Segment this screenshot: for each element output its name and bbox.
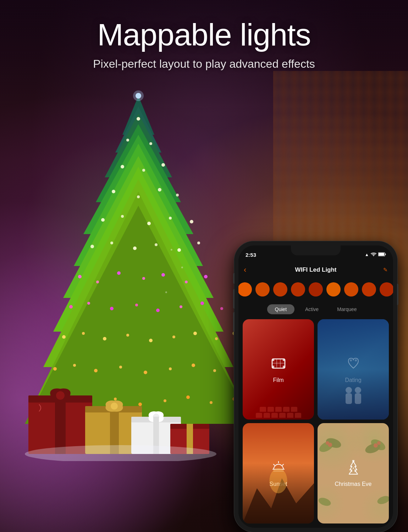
app-title-label: WIFI Led Light [295, 266, 336, 273]
page-header: Mappable lights Pixel-perfect layout to … [0, 18, 408, 71]
phone-outer-shell: 2:53 ▲ [234, 241, 397, 532]
svg-point-14 [149, 142, 152, 145]
svg-point-47 [220, 307, 223, 310]
dating-background [318, 319, 389, 420]
svg-point-54 [193, 332, 197, 335]
svg-point-53 [172, 336, 175, 338]
svg-point-13 [126, 139, 129, 142]
status-icons: ▲ [365, 252, 386, 257]
svg-point-77 [133, 90, 144, 101]
svg-point-130 [374, 443, 378, 448]
sunset-mountain-decoration [243, 463, 314, 523]
svg-point-113 [355, 387, 361, 393]
svg-point-41 [87, 302, 90, 305]
svg-point-29 [133, 246, 137, 250]
svg-point-118 [269, 468, 287, 493]
svg-point-39 [204, 275, 208, 278]
svg-rect-80 [55, 395, 66, 454]
svg-point-18 [112, 190, 115, 193]
svg-point-89 [111, 403, 118, 410]
svg-point-50 [103, 337, 106, 340]
svg-point-37 [161, 273, 165, 277]
phone-power-button [397, 284, 398, 305]
svg-point-48 [62, 335, 66, 339]
snowflake-1: ❄ [170, 248, 173, 251]
color-dot[interactable] [362, 282, 376, 297]
svg-point-34 [96, 281, 99, 283]
snowflake-2: ❄ [181, 266, 183, 269]
svg-point-43 [135, 304, 138, 306]
svg-rect-101 [379, 253, 384, 256]
svg-point-83 [56, 391, 65, 400]
phone-mockup: 2:53 ▲ [234, 241, 397, 532]
film-scene-card[interactable]: Film [243, 319, 314, 420]
svg-point-27 [90, 245, 94, 248]
svg-point-46 [200, 301, 204, 305]
svg-point-16 [142, 169, 145, 172]
svg-point-55 [215, 337, 218, 340]
svg-point-111 [346, 387, 352, 393]
dating-scene-card[interactable]: Dating [318, 319, 389, 420]
svg-point-38 [185, 281, 188, 283]
marquee-tab[interactable]: Marquee [329, 304, 364, 314]
svg-rect-114 [355, 393, 361, 404]
phone-volume-down-button [233, 312, 235, 332]
phone-silent-button [233, 273, 235, 284]
edit-button[interactable]: ✎ [383, 267, 388, 273]
svg-point-20 [158, 188, 161, 192]
svg-rect-102 [385, 254, 386, 255]
phone-notch [291, 245, 341, 255]
color-palette-row[interactable] [238, 279, 393, 300]
svg-point-30 [155, 243, 158, 246]
color-dot[interactable] [273, 282, 287, 297]
status-time: 2:53 [246, 252, 256, 258]
svg-point-22 [101, 218, 105, 222]
svg-point-32 [197, 242, 200, 244]
christmas-eve-scene-card[interactable]: Christmas Eve [318, 423, 389, 523]
color-dot[interactable] [380, 282, 393, 297]
svg-point-21 [176, 194, 179, 196]
svg-rect-112 [346, 393, 352, 404]
svg-point-25 [169, 217, 172, 220]
svg-point-31 [177, 248, 181, 252]
svg-point-24 [147, 222, 151, 225]
sunset-scene-card[interactable]: Sunset [243, 423, 314, 523]
svg-point-51 [126, 334, 129, 337]
color-dot[interactable] [326, 282, 341, 297]
svg-point-33 [78, 275, 82, 278]
wifi-icon [371, 252, 376, 257]
color-dot[interactable] [238, 282, 252, 297]
svg-point-35 [117, 271, 121, 275]
signal-icon: ▲ [365, 252, 369, 257]
color-dot[interactable] [291, 282, 305, 297]
svg-point-45 [180, 305, 182, 308]
scene-category-tabs: Quiet Active Marquee [238, 303, 393, 316]
main-title: Mappable lights [0, 18, 408, 52]
cinema-seats-decoration [243, 359, 314, 420]
svg-point-15 [121, 165, 124, 168]
svg-point-12 [137, 117, 140, 121]
svg-point-127 [326, 441, 329, 445]
svg-point-36 [142, 277, 145, 280]
app-navigation-bar: ‹ WIFI Led Light ✎ [238, 261, 393, 279]
back-button[interactable]: ‹ [244, 265, 246, 275]
quiet-tab[interactable]: Quiet [267, 304, 294, 314]
svg-point-131 [377, 441, 381, 445]
color-dot[interactable] [309, 282, 323, 297]
svg-point-17 [161, 163, 165, 167]
svg-point-40 [69, 305, 73, 309]
phone-volume-up-button [233, 289, 235, 309]
color-dot[interactable] [344, 282, 358, 297]
svg-point-52 [149, 339, 153, 342]
svg-point-42 [110, 307, 114, 310]
svg-point-26 [190, 220, 193, 223]
active-tab[interactable]: Active [297, 304, 326, 314]
battery-icon [378, 252, 386, 257]
holly-decoration [318, 423, 389, 523]
svg-point-23 [121, 215, 124, 218]
svg-point-49 [82, 332, 85, 335]
svg-point-133 [376, 494, 389, 505]
color-dot[interactable] [255, 282, 270, 297]
subtitle: Pixel-perfect layout to play advanced ef… [0, 57, 408, 71]
svg-point-44 [156, 309, 160, 312]
